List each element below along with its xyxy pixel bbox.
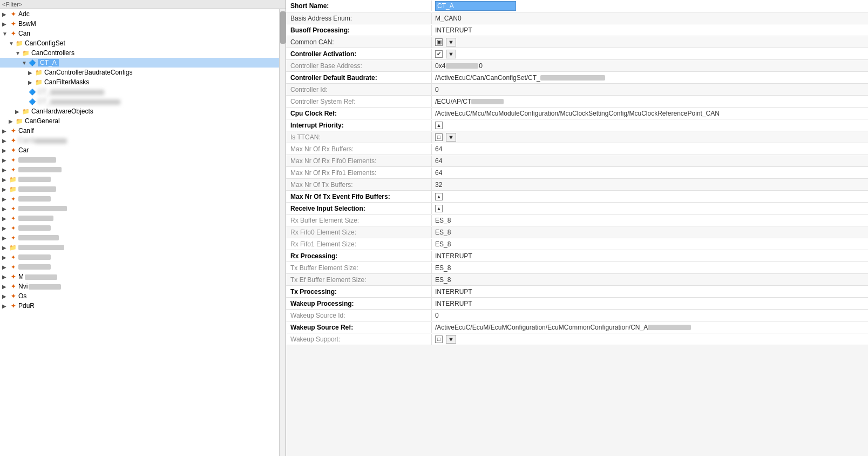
toggle-os[interactable]: ▶ xyxy=(2,293,9,299)
toggle-canconfigset[interactable]: ▼ xyxy=(9,41,15,46)
toggle-blur6[interactable]: ▶ xyxy=(2,206,9,212)
tree-item-canif[interactable]: ▶ ✦ CanIf xyxy=(0,126,279,136)
tree-item-blur12[interactable]: ▶ ✦ xyxy=(0,262,279,272)
tree-item-adc[interactable]: ▶ ✦ Adc xyxy=(0,9,279,19)
value-ctrl-activation[interactable]: ✔ ▼ xyxy=(432,49,868,59)
value-base-address: 0x40 xyxy=(432,61,868,71)
label-blur6 xyxy=(18,206,67,211)
tree-item-blur5[interactable]: ▶ ✦ xyxy=(0,194,279,204)
checkbox-common-can[interactable]: ▣ xyxy=(435,38,443,46)
toggle-blur5[interactable]: ▶ xyxy=(2,196,9,202)
toggle-blur1[interactable]: ▶ xyxy=(2,157,9,163)
tree-item-hardwareobjects[interactable]: ▶ 📁 CanHardwareObjects xyxy=(0,106,279,116)
tree-item-filtermasks[interactable]: ▶ 📁 CanFilterMasks xyxy=(0,77,279,87)
toggle-canif[interactable]: ▶ xyxy=(2,128,9,134)
tree-item-blur3[interactable]: ▶ 📁 xyxy=(0,175,279,184)
tree-item-ct-c[interactable]: 🔷 CT_ xyxy=(0,97,279,106)
stepper-interrupt-priority[interactable]: ▲ xyxy=(435,122,443,129)
value-is-ttcan[interactable]: □ ▼ xyxy=(432,132,868,143)
label-rx-processing: Rx Processing: xyxy=(286,251,432,261)
checkbox-ctrl-activation[interactable]: ✔ xyxy=(435,50,443,58)
tree-item-m[interactable]: ▶ ✦ M xyxy=(0,272,279,281)
prop-rx-fifo0-size: Rx Fifo0 Element Size: ES_8 xyxy=(286,226,868,238)
tree-item-nvi[interactable]: ▶ ✦ Nvi xyxy=(0,281,279,291)
toggle-adc[interactable]: ▶ xyxy=(2,11,9,17)
toggle-hardwareobjects[interactable]: ▶ xyxy=(15,109,22,115)
scroll-thumb[interactable] xyxy=(280,11,286,44)
tree-item-canconfigset[interactable]: ▼ 📁 CanConfigSet xyxy=(0,38,279,48)
tree-scrollbar[interactable] xyxy=(279,9,286,456)
tree-item-pdur[interactable]: ▶ ✦ PduR xyxy=(0,301,279,311)
toggle-blur2[interactable]: ▶ xyxy=(2,167,9,173)
toggle-blur4[interactable]: ▶ xyxy=(2,186,9,192)
label-wakeup-support: Wakeup Support: xyxy=(286,334,432,345)
text-wakeup-id: 0 xyxy=(435,312,439,319)
toggle-ct-a[interactable]: ▼ xyxy=(22,60,28,66)
value-wakeup-support[interactable]: □ ▼ xyxy=(432,334,868,345)
toggle-blur10[interactable]: ▶ xyxy=(2,245,9,251)
tree-item-blur8[interactable]: ▶ ✦ xyxy=(0,223,279,233)
icon-blur10: 📁 xyxy=(9,243,17,252)
tree-item-blur1[interactable]: ▶ ✦ xyxy=(0,155,279,165)
value-wakeup-ref: /ActiveEcuC/EcuM/EcuMConfiguration/EcuMC… xyxy=(432,323,868,332)
input-short-name[interactable] xyxy=(435,1,516,11)
tree-item-car[interactable]: ▶ ✦ Car xyxy=(0,145,279,155)
tree-item-bswm[interactable]: ▶ ✦ BswM xyxy=(0,19,279,29)
toggle-blur3[interactable]: ▶ xyxy=(2,177,9,183)
toggle-car[interactable]: ▶ xyxy=(2,147,9,153)
tree-item-ct-a[interactable]: ▼ 🔷 CT_A xyxy=(0,58,279,68)
tree-item-blur2[interactable]: ▶ ✦ xyxy=(0,165,279,175)
label-blur10 xyxy=(18,245,64,250)
tree-item-cancontrollers[interactable]: ▼ 📁 CanControllers xyxy=(0,48,279,58)
toggle-blur9[interactable]: ▶ xyxy=(2,235,9,241)
tree-item-baudrate[interactable]: ▶ 📁 CanControllerBaudrateConfigs xyxy=(0,68,279,77)
tree-item-blur10[interactable]: ▶ 📁 xyxy=(0,243,279,252)
dropdown-is-ttcan[interactable]: ▼ xyxy=(446,133,456,142)
tree-item-ct-b[interactable]: 🔷 CT_ xyxy=(0,87,279,97)
toggle-pdur[interactable]: ▶ xyxy=(2,303,9,309)
toggle-blur7[interactable]: ▶ xyxy=(2,216,9,222)
toggle-filtermasks[interactable]: ▶ xyxy=(28,79,35,85)
label-bswm: BswM xyxy=(18,20,36,28)
toggle-m[interactable]: ▶ xyxy=(2,274,9,280)
value-interrupt-priority[interactable]: ▲ xyxy=(432,120,868,130)
tree-item-blur9[interactable]: ▶ ✦ xyxy=(0,233,279,243)
toggle-baudrate[interactable]: ▶ xyxy=(28,70,35,76)
icon-blur11: ✦ xyxy=(9,253,17,261)
tree-item-blur4[interactable]: ▶ 📁 xyxy=(0,184,279,194)
toggle-bswm[interactable]: ▶ xyxy=(2,21,9,27)
toggle-blur8[interactable]: ▶ xyxy=(2,225,9,231)
label-ct-a: CT_A xyxy=(38,59,59,66)
checkbox-is-ttcan[interactable]: □ xyxy=(435,133,443,141)
value-rx-processing: INTERRUPT xyxy=(432,251,868,261)
dropdown-common-can[interactable]: ▼ xyxy=(446,38,456,46)
toggle-blur12[interactable]: ▶ xyxy=(2,264,9,270)
value-common-can[interactable]: ▣ ▼ xyxy=(432,37,868,48)
value-short-name[interactable] xyxy=(432,0,868,12)
label-wakeup-processing: Wakeup Processing: xyxy=(286,298,432,309)
toggle-nvi[interactable]: ▶ xyxy=(2,284,9,290)
tree-item-os[interactable]: ▶ ✦ Os xyxy=(0,291,279,301)
tree-item-blur6[interactable]: ▶ ✦ xyxy=(0,204,279,213)
stepper-receive-input[interactable]: ▲ xyxy=(435,205,443,212)
tree-item-cangeneral[interactable]: ▶ 📁 CanGeneral xyxy=(0,116,279,126)
tree-item-blur7[interactable]: ▶ ✦ xyxy=(0,213,279,223)
dropdown-wakeup-support[interactable]: ▼ xyxy=(446,335,456,344)
tree-item-blur11[interactable]: ▶ ✦ xyxy=(0,252,279,262)
tree-item-cans[interactable]: ▶ ✦ CanS xyxy=(0,136,279,145)
checkbox-wakeup-support[interactable]: □ xyxy=(435,336,443,343)
toggle-blur11[interactable]: ▶ xyxy=(2,254,9,260)
stepper-tx-event-fifo[interactable]: ▲ xyxy=(435,193,443,200)
icon-blur7: ✦ xyxy=(9,214,17,223)
text-rx-fifo1-size: ES_8 xyxy=(435,240,451,248)
value-receive-input[interactable]: ▲ xyxy=(432,204,868,213)
toggle-cancontrollers[interactable]: ▼ xyxy=(15,50,22,56)
toggle-cans[interactable]: ▶ xyxy=(2,138,9,144)
filter-bar[interactable]: <Filter> xyxy=(0,0,286,9)
dropdown-ctrl-activation[interactable]: ▼ xyxy=(446,50,456,58)
tree-item-can[interactable]: ▼ ✦ Can xyxy=(0,29,279,38)
label-system-ref: Controller System Ref: xyxy=(286,96,432,107)
toggle-can[interactable]: ▼ xyxy=(2,31,9,37)
value-tx-event-fifo[interactable]: ▲ xyxy=(432,192,868,202)
toggle-cangeneral[interactable]: ▶ xyxy=(9,118,15,124)
